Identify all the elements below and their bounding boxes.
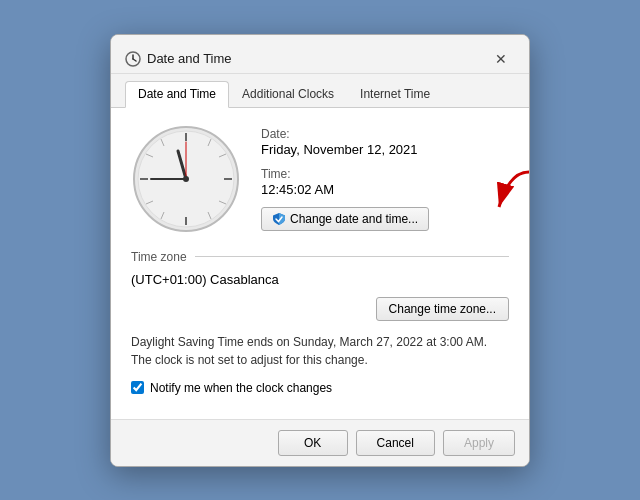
date-value: Friday, November 12, 2021: [261, 142, 509, 157]
notify-checkbox-row: Notify me when the clock changes: [131, 381, 509, 395]
notify-checkbox[interactable]: [131, 381, 144, 394]
tab-date-time[interactable]: Date and Time: [125, 81, 229, 108]
timezone-value: (UTC+01:00) Casablanca: [131, 272, 509, 287]
change-datetime-button[interactable]: Change date and time...: [261, 207, 429, 231]
timezone-section-divider: Time zone: [131, 250, 509, 264]
time-label: Time:: [261, 167, 509, 181]
date-time-info: Date: Friday, November 12, 2021 Time: 12…: [261, 127, 509, 231]
divider-line: [195, 256, 509, 257]
clock-row: Date: Friday, November 12, 2021 Time: 12…: [131, 124, 509, 234]
dialog-footer: OK Cancel Apply: [111, 419, 529, 466]
apply-button[interactable]: Apply: [443, 430, 515, 456]
analog-clock: [131, 124, 241, 234]
dst-notice: Daylight Saving Time ends on Sunday, Mar…: [131, 333, 509, 369]
svg-line-2: [133, 59, 136, 61]
title-bar: Date and Time ✕: [111, 35, 529, 74]
uac-shield-icon: [272, 212, 286, 226]
tab-internet-time[interactable]: Internet Time: [347, 81, 443, 108]
tab-content: Date: Friday, November 12, 2021 Time: 12…: [111, 108, 529, 419]
svg-point-20: [183, 176, 189, 182]
title-bar-left: Date and Time: [125, 51, 232, 67]
tabs-container: Date and Time Additional Clocks Internet…: [111, 74, 529, 108]
close-button[interactable]: ✕: [487, 45, 515, 73]
change-datetime-container: Change date and time...: [261, 207, 509, 231]
notify-checkbox-label[interactable]: Notify me when the clock changes: [150, 381, 332, 395]
change-timezone-button[interactable]: Change time zone...: [376, 297, 509, 321]
date-label: Date:: [261, 127, 509, 141]
cancel-button[interactable]: Cancel: [356, 430, 435, 456]
ok-button[interactable]: OK: [278, 430, 348, 456]
date-time-dialog: Date and Time ✕ Date and Time Additional…: [110, 34, 530, 467]
dialog-title: Date and Time: [147, 51, 232, 66]
time-value: 12:45:02 AM: [261, 182, 509, 197]
clock-icon: [125, 51, 141, 67]
timezone-section-label: Time zone: [131, 250, 187, 264]
change-datetime-label: Change date and time...: [290, 212, 418, 226]
tab-additional-clocks[interactable]: Additional Clocks: [229, 81, 347, 108]
